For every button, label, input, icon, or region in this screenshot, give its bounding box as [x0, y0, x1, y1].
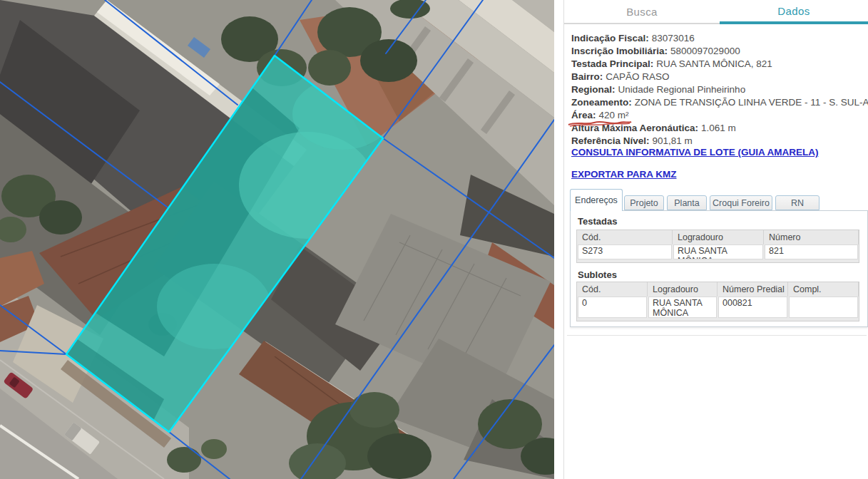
column-header: Logradouro [673, 230, 764, 244]
info-row: Zoneamento:ZONA DE TRANSIÇÃO LINHA VERDE… [571, 97, 864, 110]
table-cell: S273 [578, 244, 672, 259]
table-cell: 821 [765, 244, 858, 259]
aerial-map[interactable] [0, 0, 554, 479]
enderecos-tab-panel: Testadas Cód. Logradouro Número S273 RUA… [570, 210, 868, 327]
info-row: Inscrição Imobiliária:5800097029000 [571, 46, 864, 58]
column-header: Logradouro [648, 282, 718, 297]
app-window: Busca Dados Indicação Fiscal:83073016 In… [0, 0, 868, 479]
table-cell: RUA SANTA MÔNICA [648, 297, 717, 318]
column-header: Número [764, 230, 859, 244]
panel-divider [567, 335, 867, 336]
info-row: Bairro:CAPÃO RASO [571, 71, 864, 84]
subtab-projeto[interactable]: Projeto [624, 195, 664, 210]
info-row: Indicação Fiscal:83073016 [571, 33, 864, 46]
column-header: Cód. [577, 282, 648, 297]
table-cell: 000821 [718, 297, 787, 318]
info-row: Testada Principal:RUA SANTA MÔNICA, 821 [571, 58, 864, 71]
subtab-enderecos[interactable]: Endereços [570, 189, 623, 211]
tab-busca[interactable]: Busca [564, 0, 720, 24]
data-panel: Busca Dados Indicação Fiscal:83073016 In… [563, 0, 868, 479]
subtab-planta[interactable]: Planta [667, 195, 707, 210]
table-cell [789, 297, 858, 318]
sublotes-title: Sublotes [578, 269, 617, 280]
subtab-croqui-foreiro[interactable]: Croqui Foreiro [710, 195, 772, 210]
property-info: Indicação Fiscal:83073016 Inscrição Imob… [571, 33, 864, 148]
column-header: Compl. [788, 282, 859, 297]
exportar-kmz-link[interactable]: EXPORTAR PARA KMZ [571, 169, 677, 180]
guia-amarela-link[interactable]: CONSULTA INFORMATIVA DE LOTE (GUIA AMARE… [571, 147, 818, 158]
subtab-rn[interactable]: RN [775, 195, 820, 210]
table-cell: RUA SANTA MÔNICA [673, 244, 763, 259]
column-header: Número Predial [718, 282, 788, 297]
tab-dados[interactable]: Dados [720, 0, 868, 24]
area-annotation-underline [567, 119, 633, 128]
panel-tabbar: Busca Dados [564, 0, 868, 24]
column-header: Cód. [577, 230, 673, 244]
table-cell: 0 [578, 297, 647, 318]
testadas-title: Testadas [578, 216, 617, 227]
sublotes-table: Cód. Logradouro Número Predial Compl. 0 … [576, 282, 859, 321]
info-row: Regional:Unidade Regional Pinheirinho [571, 84, 864, 97]
testadas-table: Cód. Logradouro Número S273 RUA SANTA MÔ… [576, 230, 859, 263]
